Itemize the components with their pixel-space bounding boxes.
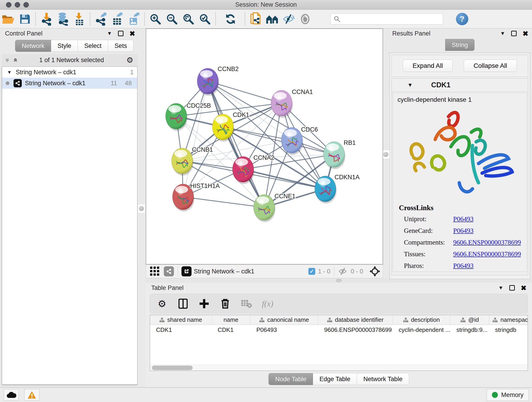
protein-entry-header[interactable]: ▼ CDK1	[392, 78, 528, 92]
panel-menu-icon[interactable]: ▼	[107, 31, 112, 36]
panel-close-icon[interactable]: ✖	[129, 30, 135, 38]
tab-node-table[interactable]: Node Table	[268, 373, 313, 385]
column-header-name[interactable]: name	[212, 315, 250, 325]
search-input[interactable]	[342, 15, 440, 22]
network-edge[interactable]	[183, 197, 264, 207]
help-icon[interactable]: ?	[456, 13, 468, 25]
scrollbar-thumb[interactable]	[152, 366, 193, 370]
splitter-handle[interactable]	[382, 150, 390, 159]
network-share-icon[interactable]	[164, 266, 174, 276]
left-splitter[interactable]	[138, 28, 145, 383]
import-network-database-icon[interactable]	[55, 12, 71, 26]
crosslink-link[interactable]: P06493	[453, 227, 474, 235]
panel-close-icon[interactable]: ✖	[523, 30, 528, 38]
splitter-handle[interactable]	[336, 279, 342, 282]
hidden-eye-icon[interactable]	[338, 267, 348, 275]
copy-document-icon[interactable]	[247, 12, 264, 26]
collapse-all-button[interactable]: Collapse All	[464, 60, 517, 72]
horizontal-scrollbar[interactable]	[150, 365, 528, 370]
tab-select[interactable]: Select	[78, 40, 108, 52]
network-node-ccnb1[interactable]	[172, 148, 193, 176]
table-cell[interactable]: CDK1	[212, 325, 250, 335]
panel-float-icon[interactable]	[511, 31, 517, 36]
network-canvas[interactable]: CCNB2CCNA1CDC25BCDK1CDC6RB1CCNB1CCNA2CDK…	[146, 28, 383, 264]
network-node-rb1[interactable]	[323, 142, 345, 169]
warning-icon[interactable]	[24, 389, 39, 401]
delete-table-icon[interactable]	[241, 298, 252, 309]
right-splitter[interactable]	[382, 28, 389, 278]
column-header-database-identifier[interactable]: database identifier	[318, 315, 393, 325]
crosslink-link[interactable]: 9606.ENSP00000378699	[453, 239, 521, 246]
table-cell[interactable]: CDK1	[150, 325, 212, 335]
tab-network-table[interactable]: Network Table	[357, 373, 409, 385]
delete-column-icon[interactable]	[220, 298, 231, 309]
crosslink-link[interactable]: P06493	[453, 262, 474, 269]
zoom-fit-icon[interactable]	[180, 12, 196, 26]
column-header-shared-name[interactable]: shared name	[150, 315, 212, 325]
hide-eye-icon[interactable]	[280, 12, 297, 26]
panel-float-icon[interactable]	[118, 31, 123, 36]
add-column-icon[interactable]	[199, 298, 210, 309]
column-header-canonical-name[interactable]: canonical name	[250, 315, 318, 325]
open-in-window-icon[interactable]	[181, 266, 191, 276]
network-node-ccnb2[interactable]	[197, 68, 219, 96]
network-node-ccna1[interactable]	[271, 90, 293, 118]
splitter-handle[interactable]	[138, 204, 145, 213]
cloud-status-icon[interactable]	[4, 389, 19, 401]
show-eye-icon[interactable]	[297, 12, 313, 26]
table-cell[interactable]: stringdb	[489, 325, 528, 335]
node-table[interactable]: shared namenamecanonical namedatabase id…	[150, 315, 528, 371]
column-header-description[interactable]: description	[393, 315, 450, 325]
table-cell[interactable]: 9606.ENSP00000378699	[318, 325, 393, 335]
refresh-icon[interactable]	[222, 12, 239, 26]
collapse-entry-icon[interactable]: ▼	[407, 82, 413, 88]
import-table-icon[interactable]	[71, 12, 88, 26]
zoom-out-icon[interactable]	[164, 12, 180, 26]
table-cell[interactable]: cyclin-dependent ...	[393, 325, 450, 335]
open-file-icon[interactable]	[0, 12, 17, 26]
network-collection-row[interactable]: ▼ String Network – cdk1 1	[2, 67, 137, 78]
crosslink-link[interactable]: 9606.ENSP00000378699	[453, 250, 521, 258]
panel-close-icon[interactable]: ✖	[521, 284, 526, 292]
import-network-file-icon[interactable]	[38, 12, 55, 26]
network-node-cdk1[interactable]	[212, 114, 234, 142]
tab-network[interactable]: Network	[15, 40, 51, 52]
network-node-ccne1[interactable]	[254, 195, 275, 222]
birds-eye-icon[interactable]	[370, 266, 380, 277]
table-settings-gear-icon[interactable]: ⚙	[157, 298, 167, 309]
memory-button[interactable]: Memory	[487, 389, 529, 401]
tab-string[interactable]: String	[445, 39, 475, 51]
network-node-cdkn1a[interactable]	[315, 176, 336, 204]
export-table-icon[interactable]	[109, 12, 126, 26]
network-edge[interactable]	[243, 169, 325, 189]
tab-style[interactable]: Style	[51, 40, 78, 52]
column-header-@id[interactable]: @id	[450, 315, 489, 325]
selected-checkbox-icon[interactable]: ✓	[308, 268, 315, 275]
zoom-in-icon[interactable]	[147, 12, 164, 26]
search-field[interactable]	[330, 13, 443, 25]
show-columns-icon[interactable]	[177, 298, 189, 309]
save-session-icon[interactable]	[17, 12, 33, 26]
network-node-ccna2[interactable]	[233, 157, 254, 184]
gear-icon[interactable]: ⚙	[127, 56, 133, 65]
network-node-cdc6[interactable]	[281, 128, 303, 155]
panel-float-icon[interactable]	[509, 285, 515, 291]
expand-all-button[interactable]: Expand All	[403, 60, 453, 72]
table-cell[interactable]: stringdb:9...	[450, 325, 489, 335]
tab-sets[interactable]: Sets	[108, 40, 133, 52]
export-image-icon[interactable]	[126, 12, 142, 26]
panel-menu-icon[interactable]: ▼	[500, 31, 505, 36]
collapse-tree-icon[interactable]: ▼	[7, 70, 12, 75]
home-networks-icon[interactable]	[264, 12, 280, 26]
column-header-namespace[interactable]: namespace	[489, 315, 528, 325]
zoom-selected-icon[interactable]	[196, 12, 213, 26]
grid-view-icon[interactable]	[149, 266, 161, 277]
network-row[interactable]: String Network – cdk1 11 48	[2, 78, 137, 89]
table-row[interactable]: CDK1CDK1P064939606.ENSP00000378699cyclin…	[150, 325, 528, 335]
panel-menu-icon[interactable]: ▼	[498, 285, 503, 291]
crosslink-link[interactable]: P06493	[453, 215, 474, 223]
table-cell[interactable]: P06493	[250, 325, 318, 335]
network-edge[interactable]	[183, 81, 208, 197]
function-builder-icon[interactable]: f(x)	[262, 299, 273, 308]
tab-edge-table[interactable]: Edge Table	[313, 373, 357, 385]
